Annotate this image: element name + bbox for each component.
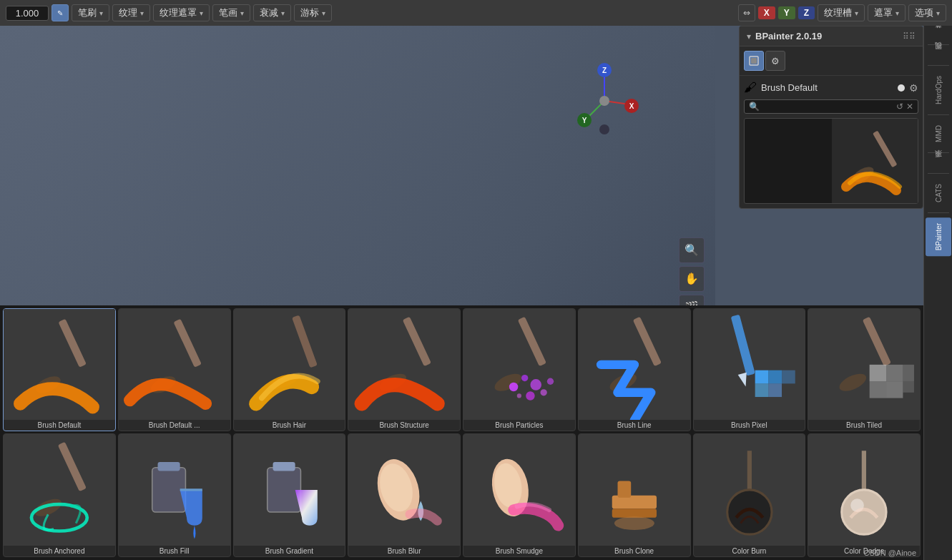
brush-cell-img-colordodge	[808, 434, 920, 546]
brush-cell-img-default2	[119, 309, 230, 421]
brush-cell-default2[interactable]: Brush Default ...	[118, 308, 231, 432]
search-refresh-icon[interactable]: ↺	[896, 102, 903, 112]
brush-preview-area	[744, 118, 918, 204]
brush-cell-line[interactable]: Brush Line	[578, 308, 691, 432]
brush-cell-default[interactable]: Brush Default	[3, 308, 116, 432]
brush-cell-fill[interactable]: Brush Fill	[118, 433, 231, 557]
brush-name-row: 🖌 Brush Default ⚙	[744, 80, 918, 95]
axis-x-button[interactable]: X	[758, 6, 775, 19]
brush-value[interactable]: 1.000	[6, 6, 49, 21]
options-dropdown[interactable]: 选项	[908, 4, 946, 21]
svg-rect-12	[751, 58, 757, 64]
watermark: CSDN @Ainoe	[863, 549, 916, 557]
brush-cell-label-anchored: Brush Anchored	[4, 546, 115, 556]
brush-dropdown[interactable]: 笔刷	[72, 4, 109, 21]
stroke-dropdown[interactable]: 笔画	[212, 4, 250, 21]
svg-point-32	[521, 374, 528, 380]
axis-z-button[interactable]: Z	[798, 6, 815, 19]
search-clear-icon[interactable]: ✕	[906, 102, 913, 112]
right-panel-view[interactable]: 视图	[926, 49, 951, 61]
cursor-dropdown[interactable]: 游标	[294, 4, 332, 21]
brush-cell-img-default	[4, 309, 115, 421]
right-panel-hardops[interactable]: HardOps	[926, 70, 951, 110]
svg-rect-76	[617, 481, 631, 498]
panel-collapse-arrow[interactable]: ▾	[747, 31, 751, 41]
svg-point-36	[517, 393, 521, 398]
brush-cell-tiled[interactable]: Brush Tiled	[808, 308, 921, 432]
mask-dropdown[interactable]: 遮罩	[868, 4, 906, 21]
brush-cell-label-particles: Brush Particles	[463, 420, 575, 431]
texture-mask-dropdown[interactable]: 纹理遮罩	[153, 4, 210, 21]
brush-settings-icon[interactable]: ⚙	[909, 82, 918, 94]
brush-cell-colordodge[interactable]: Color Dodge	[808, 433, 921, 557]
brush-cell-colorburn[interactable]: Color Burn	[693, 433, 806, 557]
brush-cell-img-hair	[234, 309, 345, 421]
svg-rect-47	[768, 383, 782, 397]
panel-drag-handle[interactable]: ⠿⠿	[903, 31, 916, 41]
right-panel-xitems[interactable]: 系项	[926, 157, 951, 169]
falloff-dropdown[interactable]: 衰减	[253, 4, 291, 21]
brush-search-row: 🔍 ↺ ✕	[744, 99, 918, 114]
right-panel-cats[interactable]: CATS	[926, 178, 951, 208]
svg-point-9	[599, 96, 609, 106]
brush-cell-pixel[interactable]: Brush Pixel	[693, 308, 806, 432]
svg-rect-54	[870, 381, 886, 398]
brush-cell-clone[interactable]: Brush Clone	[578, 433, 691, 557]
panel-toggle-btn-1[interactable]	[744, 51, 764, 71]
rp-divider-3	[928, 114, 949, 115]
svg-rect-28	[463, 309, 575, 421]
brush-cell-label-pixel: Brush Pixel	[694, 420, 805, 431]
brush-grid-row2: Brush Anchored Brush Fill	[3, 433, 921, 557]
brush-grid-overlay: Brush Default Brush Default ...	[0, 305, 923, 561]
brush-cell-label-default2: Brush Default ...	[119, 420, 230, 431]
svg-point-35	[526, 391, 534, 400]
zoom-tool[interactable]: 🔍	[679, 237, 705, 263]
panel-toggle-btn-2[interactable]: ⚙	[765, 51, 785, 71]
rp-divider-2	[928, 65, 949, 66]
viewport-gizmo[interactable]: Z Y X	[565, 62, 644, 140]
brush-sync-icon[interactable]: ✎	[51, 4, 69, 21]
brush-grid-row1: Brush Default Brush Default ...	[3, 308, 921, 432]
brush-paint-icon: 🖌	[744, 80, 757, 95]
brush-cell-img-clone	[579, 434, 690, 546]
svg-point-33	[530, 379, 541, 390]
brush-cell-label-fill: Brush Fill	[119, 546, 230, 556]
symmetry-icon[interactable]: ⇔	[738, 4, 755, 21]
svg-text:Z: Z	[602, 67, 607, 74]
brush-search-input[interactable]	[762, 102, 893, 112]
brush-cell-smudge[interactable]: Brush Smudge	[463, 433, 576, 557]
brush-cell-hair[interactable]: Brush Hair	[233, 308, 346, 432]
svg-point-78	[614, 517, 654, 531]
svg-rect-48	[782, 370, 795, 383]
svg-rect-64	[157, 462, 180, 471]
brush-cell-gradient[interactable]: Brush Gradient	[233, 433, 346, 557]
right-panel-mmd[interactable]: MMD	[926, 119, 951, 148]
svg-rect-45	[768, 370, 782, 383]
svg-rect-55	[886, 381, 903, 398]
brush-cell-img-line	[579, 309, 690, 421]
brush-cell-label-blur: Brush Blur	[348, 546, 460, 556]
brush-cell-particles[interactable]: Brush Particles	[463, 308, 576, 432]
texture-dropdown[interactable]: 纹理	[112, 4, 150, 21]
rp-divider-6	[928, 212, 949, 213]
rp-divider-5	[928, 173, 949, 174]
brush-cell-blur[interactable]: Brush Blur	[348, 433, 461, 557]
rp-divider-4	[928, 152, 949, 153]
brush-cell-label-smudge: Brush Smudge	[463, 546, 575, 556]
brush-cell-label-structure: Brush Structure	[348, 420, 460, 431]
brush-cell-structure[interactable]: Brush Structure	[348, 308, 461, 432]
axis-y-button[interactable]: Y	[778, 6, 795, 19]
svg-rect-56	[903, 364, 915, 380]
brush-cell-img-gradient	[234, 434, 345, 546]
texture-slot-dropdown[interactable]: 纹理槽	[818, 4, 865, 21]
svg-rect-58	[4, 434, 115, 546]
right-panel-menu[interactable]: 菜单	[926, 29, 951, 40]
right-panel-bpainter[interactable]: BPainter	[926, 217, 951, 256]
brush-cell-img-tiled	[808, 309, 920, 421]
svg-rect-19	[119, 309, 230, 421]
svg-rect-44	[755, 370, 768, 383]
rp-divider-1	[928, 44, 949, 45]
brush-cell-anchored[interactable]: Brush Anchored	[3, 433, 116, 557]
pan-tool[interactable]: ✋	[679, 266, 705, 292]
brush-selector: 🖌 Brush Default ⚙ 🔍 ↺ ✕	[740, 76, 923, 208]
